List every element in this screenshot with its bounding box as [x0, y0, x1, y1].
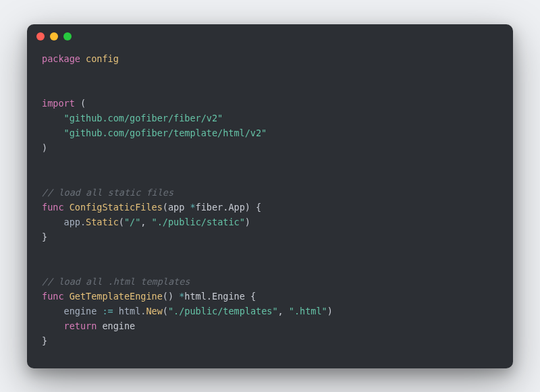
- args-open: (: [119, 217, 124, 227]
- operator-star: *: [190, 202, 195, 213]
- comment: // load all .html templates: [42, 276, 190, 287]
- string-arg: "/": [124, 217, 140, 227]
- args-close: ): [245, 217, 250, 227]
- brace-close: }: [42, 335, 47, 346]
- zoom-icon[interactable]: [63, 32, 72, 40]
- keyword-return: return: [64, 320, 97, 331]
- keyword-package: package: [42, 53, 80, 64]
- keyword-func: func: [42, 202, 64, 213]
- member-access: app.: [42, 217, 86, 227]
- return-lead: [42, 320, 64, 331]
- import-path: "github.com/gofiber/fiber/v2": [64, 113, 223, 123]
- paren-open: (: [80, 98, 86, 109]
- window-titlebar: [27, 24, 513, 49]
- brace-close: }: [42, 231, 47, 242]
- minimize-icon[interactable]: [50, 32, 58, 40]
- operator-assign: :=: [102, 306, 113, 316]
- args-sep: ,: [278, 306, 289, 316]
- comment: // load all static files: [42, 187, 173, 198]
- string-arg: "./public/templates": [168, 306, 278, 316]
- string-arg: ".html": [289, 306, 327, 316]
- type-ref: html.Engine: [184, 291, 244, 302]
- args-sep: ,: [140, 217, 151, 227]
- method-call: New: [146, 306, 162, 316]
- signature: (): [163, 291, 179, 302]
- signature: (app: [163, 202, 190, 213]
- function-name: ConfigStaticFiles: [70, 202, 163, 213]
- method-call: Static: [86, 217, 119, 227]
- package-name: config: [86, 53, 119, 64]
- string-arg: "./public/static": [152, 217, 245, 227]
- function-name: GetTemplateEngine: [70, 291, 163, 302]
- signature-close: ) {: [245, 202, 261, 213]
- keyword-import: import: [42, 98, 75, 109]
- paren-close: ): [42, 142, 47, 153]
- args-close: ): [327, 306, 333, 316]
- keyword-func: func: [42, 291, 64, 302]
- import-path: "github.com/gofiber/template/html/v2": [64, 128, 267, 138]
- var-decl: engine: [42, 306, 102, 316]
- return-value: engine: [97, 320, 135, 331]
- member-access: html.: [113, 306, 146, 316]
- args-open: (: [163, 306, 168, 316]
- code-content: package config import ( "github.com/gofi…: [27, 49, 513, 368]
- close-icon[interactable]: [36, 32, 45, 40]
- code-editor-window: package config import ( "github.com/gofi…: [27, 24, 513, 368]
- signature-close: {: [245, 291, 256, 302]
- type-ref: fiber.App: [196, 202, 245, 213]
